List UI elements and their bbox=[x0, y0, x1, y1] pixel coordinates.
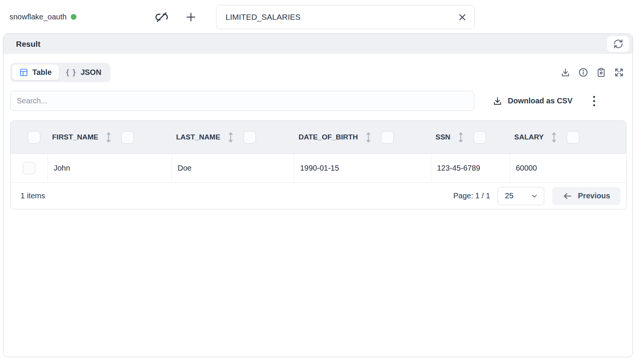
download-csv-button[interactable]: Download as CSV bbox=[493, 96, 572, 106]
table-header-cell: SSN bbox=[431, 121, 510, 154]
fullscreen-button[interactable] bbox=[614, 67, 624, 78]
info-icon bbox=[578, 67, 588, 78]
row-checkbox[interactable] bbox=[23, 162, 35, 174]
refresh-button[interactable] bbox=[607, 36, 629, 52]
refresh-icon bbox=[613, 39, 623, 49]
download-result-button[interactable] bbox=[560, 67, 571, 78]
column-checkbox[interactable] bbox=[121, 131, 134, 144]
sort-icon[interactable] bbox=[366, 131, 371, 143]
tab-table-label: Table bbox=[32, 68, 52, 77]
sort-icon[interactable] bbox=[228, 131, 234, 143]
search-toolbar: Download as CSV bbox=[3, 91, 633, 111]
tab-json-label: JSON bbox=[81, 68, 101, 77]
table-cell: John bbox=[48, 154, 172, 182]
view-toggle-group: Table { } JSON bbox=[10, 63, 110, 82]
clipboard-paste-icon bbox=[596, 67, 606, 78]
table-cell: 1990-01-15 bbox=[294, 154, 431, 182]
more-options-button[interactable] bbox=[591, 95, 597, 108]
table-icon bbox=[19, 68, 28, 77]
table-cell: 60000 bbox=[510, 154, 626, 182]
page-size-select[interactable]: 25 bbox=[498, 187, 544, 205]
column-checkbox[interactable] bbox=[567, 131, 579, 144]
plus-icon bbox=[185, 11, 197, 23]
table-header-cell: LAST_NAME bbox=[172, 121, 294, 154]
sort-icon[interactable] bbox=[551, 131, 557, 143]
chevron-down-icon bbox=[530, 192, 539, 200]
search-field bbox=[10, 91, 474, 111]
table-name-input[interactable] bbox=[226, 13, 457, 22]
connection-status-dot bbox=[71, 14, 76, 20]
close-icon bbox=[457, 12, 467, 22]
table-footer: 1 items Page: 1 / 1 25 bbox=[11, 182, 626, 209]
app-window: snowflake_oauth bbox=[0, 0, 639, 364]
clear-table-name-button[interactable] bbox=[457, 12, 467, 22]
table-header-cell bbox=[11, 121, 48, 154]
previous-page-button[interactable]: Previous bbox=[552, 187, 620, 205]
column-checkbox[interactable] bbox=[243, 131, 256, 144]
select-all-checkbox[interactable] bbox=[28, 131, 40, 144]
table-cell: 123-45-6789 bbox=[431, 154, 510, 182]
unlink-button[interactable] bbox=[154, 10, 169, 24]
column-header-label: SSN bbox=[436, 133, 450, 141]
table-header-cell: FIRST_NAME bbox=[48, 121, 172, 154]
sort-icon[interactable] bbox=[458, 131, 464, 143]
column-header-label: SALARY bbox=[514, 133, 544, 141]
connection-name: snowflake_oauth bbox=[10, 13, 67, 21]
top-bar: snowflake_oauth bbox=[0, 0, 639, 33]
table-name-field bbox=[216, 5, 475, 29]
arrow-left-icon bbox=[563, 191, 572, 201]
table-header-cell: DATE_OF_BIRTH bbox=[294, 121, 431, 154]
connection-label: snowflake_oauth bbox=[10, 0, 76, 33]
result-info-button[interactable] bbox=[578, 67, 588, 78]
add-tab-button[interactable] bbox=[183, 10, 199, 24]
column-checkbox[interactable] bbox=[474, 131, 486, 144]
result-tool-icons bbox=[560, 67, 626, 78]
result-table: FIRST_NAME LAST_NAME bbox=[10, 120, 626, 209]
table-header-row: FIRST_NAME LAST_NAME bbox=[11, 121, 626, 154]
copy-to-clipboard-button[interactable] bbox=[596, 67, 606, 78]
kebab-icon bbox=[591, 95, 597, 108]
column-header-label: DATE_OF_BIRTH bbox=[299, 133, 358, 141]
unlink-icon bbox=[155, 10, 168, 24]
braces-icon: { } bbox=[66, 68, 76, 77]
result-panel: Result bbox=[3, 33, 633, 357]
table-cell: Doe bbox=[172, 154, 294, 182]
panel-title: Result bbox=[16, 40, 40, 49]
table-header-cell: SALARY bbox=[510, 121, 626, 154]
column-header-label: LAST_NAME bbox=[176, 133, 220, 141]
tab-table[interactable]: Table bbox=[12, 65, 59, 80]
download-icon bbox=[493, 96, 502, 106]
previous-label: Previous bbox=[578, 191, 610, 200]
download-icon bbox=[560, 67, 571, 78]
page-indicator: Page: 1 / 1 bbox=[453, 191, 490, 200]
items-count: 1 items bbox=[21, 191, 45, 200]
sort-icon[interactable] bbox=[106, 131, 111, 143]
search-input[interactable] bbox=[17, 97, 468, 105]
tab-json[interactable]: { } JSON bbox=[59, 65, 109, 80]
expand-icon bbox=[614, 67, 624, 78]
column-header-label: FIRST_NAME bbox=[52, 133, 98, 141]
view-toolbar: Table { } JSON bbox=[3, 63, 633, 82]
column-checkbox[interactable] bbox=[381, 131, 394, 144]
download-csv-label: Download as CSV bbox=[508, 97, 572, 105]
table-row[interactable]: John Doe 1990-01-15 123-45-6789 60000 bbox=[11, 154, 626, 182]
table-cell bbox=[11, 154, 48, 182]
page-size-value: 25 bbox=[505, 191, 513, 200]
result-panel-header: Result bbox=[3, 34, 633, 54]
